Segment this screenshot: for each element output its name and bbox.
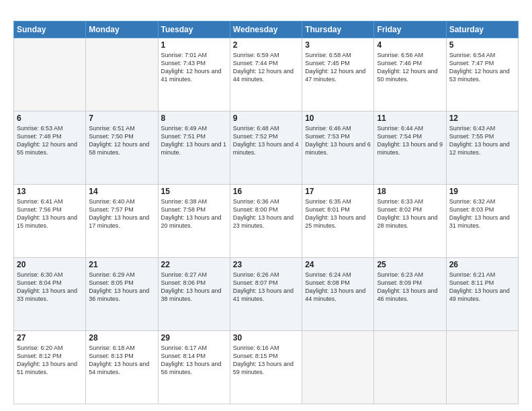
day-number: 19 (449, 187, 515, 196)
calendar-cell (86, 38, 158, 111)
calendar-cell (374, 331, 446, 404)
col-header-wednesday: Wednesday (230, 21, 302, 38)
day-number: 28 (89, 333, 154, 342)
day-info: Sunrise: 6:54 AM Sunset: 7:47 PM Dayligh… (449, 51, 515, 84)
day-number: 1 (161, 40, 227, 50)
day-number: 20 (17, 260, 83, 269)
week-row: 20Sunrise: 6:30 AM Sunset: 8:04 PM Dayli… (14, 258, 519, 331)
day-info: Sunrise: 6:46 AM Sunset: 7:53 PM Dayligh… (305, 124, 371, 157)
day-info: Sunrise: 6:26 AM Sunset: 8:07 PM Dayligh… (233, 271, 299, 304)
week-row: 13Sunrise: 6:41 AM Sunset: 7:56 PM Dayli… (14, 185, 519, 258)
day-info: Sunrise: 6:41 AM Sunset: 7:56 PM Dayligh… (17, 197, 83, 230)
day-number: 4 (377, 40, 443, 50)
day-info: Sunrise: 6:17 AM Sunset: 8:14 PM Dayligh… (161, 344, 227, 377)
header (13, 12, 519, 15)
day-number: 7 (89, 113, 154, 123)
day-number: 21 (89, 260, 154, 269)
day-number: 6 (17, 113, 83, 123)
calendar-cell: 3Sunrise: 6:58 AM Sunset: 7:45 PM Daylig… (302, 38, 374, 111)
day-number: 18 (377, 187, 443, 196)
calendar-cell (302, 331, 374, 404)
day-number: 27 (17, 333, 83, 342)
day-number: 24 (305, 260, 371, 269)
calendar-cell (446, 331, 518, 404)
calendar-cell: 30Sunrise: 6:16 AM Sunset: 8:15 PM Dayli… (230, 331, 302, 404)
day-info: Sunrise: 6:16 AM Sunset: 8:15 PM Dayligh… (233, 344, 299, 377)
day-info: Sunrise: 6:18 AM Sunset: 8:13 PM Dayligh… (89, 344, 154, 377)
calendar-cell: 23Sunrise: 6:26 AM Sunset: 8:07 PM Dayli… (230, 258, 302, 331)
day-info: Sunrise: 6:40 AM Sunset: 7:57 PM Dayligh… (89, 197, 154, 230)
day-number: 26 (449, 260, 515, 269)
calendar-cell: 29Sunrise: 6:17 AM Sunset: 8:14 PM Dayli… (158, 331, 230, 404)
day-number: 12 (449, 113, 515, 123)
day-info: Sunrise: 6:23 AM Sunset: 8:09 PM Dayligh… (377, 271, 443, 304)
day-info: Sunrise: 6:27 AM Sunset: 8:06 PM Dayligh… (161, 271, 227, 304)
calendar-cell: 13Sunrise: 6:41 AM Sunset: 7:56 PM Dayli… (14, 185, 86, 258)
day-number: 29 (161, 333, 227, 342)
calendar-cell: 25Sunrise: 6:23 AM Sunset: 8:09 PM Dayli… (374, 258, 446, 331)
col-header-monday: Monday (86, 21, 158, 38)
day-info: Sunrise: 6:56 AM Sunset: 7:46 PM Dayligh… (377, 51, 443, 84)
calendar-cell: 28Sunrise: 6:18 AM Sunset: 8:13 PM Dayli… (86, 331, 158, 404)
day-number: 13 (17, 187, 83, 196)
day-number: 16 (233, 187, 299, 196)
calendar-cell: 24Sunrise: 6:24 AM Sunset: 8:08 PM Dayli… (302, 258, 374, 331)
calendar-cell (14, 38, 86, 111)
day-info: Sunrise: 6:20 AM Sunset: 8:12 PM Dayligh… (17, 344, 83, 377)
day-number: 2 (233, 40, 299, 50)
calendar-cell: 2Sunrise: 6:59 AM Sunset: 7:44 PM Daylig… (230, 38, 302, 111)
calendar-cell: 7Sunrise: 6:51 AM Sunset: 7:50 PM Daylig… (86, 111, 158, 185)
day-info: Sunrise: 6:53 AM Sunset: 7:48 PM Dayligh… (17, 124, 83, 157)
day-number: 17 (305, 187, 371, 196)
calendar-cell: 1Sunrise: 7:01 AM Sunset: 7:43 PM Daylig… (158, 38, 230, 111)
week-row: 27Sunrise: 6:20 AM Sunset: 8:12 PM Dayli… (14, 331, 519, 404)
calendar-cell: 18Sunrise: 6:33 AM Sunset: 8:02 PM Dayli… (374, 185, 446, 258)
day-info: Sunrise: 6:32 AM Sunset: 8:03 PM Dayligh… (449, 197, 515, 230)
day-number: 22 (161, 260, 227, 269)
day-number: 15 (161, 187, 227, 196)
day-number: 8 (161, 113, 227, 123)
day-info: Sunrise: 6:49 AM Sunset: 7:51 PM Dayligh… (161, 124, 227, 157)
header-row: SundayMondayTuesdayWednesdayThursdayFrid… (14, 21, 519, 38)
calendar-cell: 17Sunrise: 6:35 AM Sunset: 8:01 PM Dayli… (302, 185, 374, 258)
week-row: 6Sunrise: 6:53 AM Sunset: 7:48 PM Daylig… (14, 111, 519, 185)
col-header-sunday: Sunday (14, 21, 86, 38)
calendar-cell: 11Sunrise: 6:44 AM Sunset: 7:54 PM Dayli… (374, 111, 446, 185)
calendar-cell: 6Sunrise: 6:53 AM Sunset: 7:48 PM Daylig… (14, 111, 86, 185)
week-row: 1Sunrise: 7:01 AM Sunset: 7:43 PM Daylig… (14, 38, 519, 111)
calendar-cell: 20Sunrise: 6:30 AM Sunset: 8:04 PM Dayli… (14, 258, 86, 331)
calendar-cell: 5Sunrise: 6:54 AM Sunset: 7:47 PM Daylig… (446, 38, 518, 111)
calendar-cell: 14Sunrise: 6:40 AM Sunset: 7:57 PM Dayli… (86, 185, 158, 258)
day-number: 25 (377, 260, 443, 269)
day-info: Sunrise: 6:38 AM Sunset: 7:58 PM Dayligh… (161, 197, 227, 230)
calendar-cell: 12Sunrise: 6:43 AM Sunset: 7:55 PM Dayli… (446, 111, 518, 185)
day-info: Sunrise: 6:44 AM Sunset: 7:54 PM Dayligh… (377, 124, 443, 157)
calendar-cell: 26Sunrise: 6:21 AM Sunset: 8:11 PM Dayli… (446, 258, 518, 331)
calendar-table: SundayMondayTuesdayWednesdayThursdayFrid… (13, 21, 519, 404)
day-number: 14 (89, 187, 154, 196)
day-number: 11 (377, 113, 443, 123)
calendar-cell: 22Sunrise: 6:27 AM Sunset: 8:06 PM Dayli… (158, 258, 230, 331)
calendar-cell: 4Sunrise: 6:56 AM Sunset: 7:46 PM Daylig… (374, 38, 446, 111)
calendar-cell: 15Sunrise: 6:38 AM Sunset: 7:58 PM Dayli… (158, 185, 230, 258)
calendar-cell: 21Sunrise: 6:29 AM Sunset: 8:05 PM Dayli… (86, 258, 158, 331)
calendar-cell: 27Sunrise: 6:20 AM Sunset: 8:12 PM Dayli… (14, 331, 86, 404)
day-info: Sunrise: 6:24 AM Sunset: 8:08 PM Dayligh… (305, 271, 371, 304)
day-info: Sunrise: 6:21 AM Sunset: 8:11 PM Dayligh… (449, 271, 515, 304)
day-info: Sunrise: 6:35 AM Sunset: 8:01 PM Dayligh… (305, 197, 371, 230)
col-header-tuesday: Tuesday (158, 21, 230, 38)
day-info: Sunrise: 6:51 AM Sunset: 7:50 PM Dayligh… (89, 124, 154, 157)
day-info: Sunrise: 6:59 AM Sunset: 7:44 PM Dayligh… (233, 51, 299, 84)
day-info: Sunrise: 6:43 AM Sunset: 7:55 PM Dayligh… (449, 124, 515, 157)
day-number: 23 (233, 260, 299, 269)
col-header-saturday: Saturday (446, 21, 518, 38)
day-info: Sunrise: 6:48 AM Sunset: 7:52 PM Dayligh… (233, 124, 299, 157)
calendar-cell: 10Sunrise: 6:46 AM Sunset: 7:53 PM Dayli… (302, 111, 374, 185)
col-header-thursday: Thursday (302, 21, 374, 38)
day-number: 5 (449, 40, 515, 50)
calendar-cell: 9Sunrise: 6:48 AM Sunset: 7:52 PM Daylig… (230, 111, 302, 185)
day-number: 9 (233, 113, 299, 123)
calendar-cell: 16Sunrise: 6:36 AM Sunset: 8:00 PM Dayli… (230, 185, 302, 258)
page: SundayMondayTuesdayWednesdayThursdayFrid… (0, 0, 532, 411)
day-number: 30 (233, 333, 299, 342)
